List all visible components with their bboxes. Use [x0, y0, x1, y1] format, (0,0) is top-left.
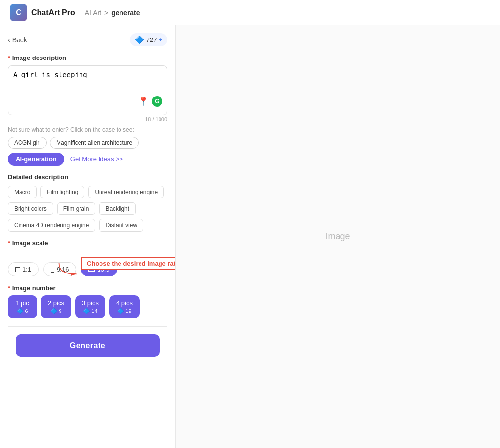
example-tag-0[interactable]: ACGN girl: [8, 137, 47, 149]
back-chevron-icon: ‹: [8, 36, 10, 44]
right-panel: Image: [176, 25, 500, 448]
textarea-icons: 📍 G: [138, 96, 162, 107]
detailed-description-section: Detailed description Macro Film lighting…: [8, 174, 167, 232]
left-panel: ‹ Back 🔷 727 + * Image description 📍 G: [0, 25, 176, 448]
diamond-small-icon: 🔷: [17, 308, 24, 314]
num-3-button[interactable]: 3 pics 🔷 14: [75, 295, 105, 318]
logo-area: C ChatArt Pro: [10, 4, 75, 21]
generate-button[interactable]: Generate: [16, 334, 160, 357]
image-scale-label: * Image scale: [8, 239, 167, 247]
credit-amount: 727: [146, 36, 157, 43]
back-label: Back: [12, 36, 27, 44]
top-bar: ‹ Back 🔷 727 +: [8, 33, 167, 46]
detail-tag-6[interactable]: Cinema 4D rendering engine: [8, 219, 95, 232]
detail-tag-7[interactable]: Distant view: [99, 219, 143, 232]
image-number-section: * Image number 1 pic 🔷 6 2 pics 🔷 9: [8, 284, 167, 318]
image-description-input[interactable]: [8, 65, 167, 115]
detail-tag-1[interactable]: Film lighting: [40, 186, 84, 198]
ai-generation-button[interactable]: AI-generation: [8, 153, 64, 166]
num-2-label: 2 pics: [48, 299, 64, 307]
annotation-arrow-icon: [57, 261, 79, 276]
generate-section: Generate: [8, 326, 167, 365]
num-2-button[interactable]: 2 pics 🔷 9: [41, 295, 71, 318]
logo-icon: C: [10, 4, 27, 21]
textarea-wrapper: 📍 G 18 / 1000: [8, 65, 167, 122]
num-3-cost: 🔷 14: [83, 308, 97, 314]
detailed-description-label: Detailed description: [8, 174, 167, 181]
credit-plus: +: [159, 36, 162, 43]
detail-tags-container: Macro Film lighting Unreal rendering eng…: [8, 186, 167, 232]
image-description-label: * Image description: [8, 54, 167, 61]
num-3-label: 3 pics: [82, 299, 99, 307]
detail-tag-5[interactable]: Backlight: [99, 202, 136, 215]
detail-tag-0[interactable]: Macro: [8, 186, 37, 198]
breadcrumb-separator: >: [104, 9, 108, 17]
diamond-small-icon-4: 🔷: [117, 308, 124, 314]
example-tags-row: ACGN girl Magnificent alien architecture: [8, 137, 167, 149]
square-icon: [15, 267, 20, 272]
header: C ChatArt Pro AI Art > generate: [0, 0, 500, 25]
num-1-cost: 🔷 6: [17, 308, 28, 314]
num-2-cost: 🔷 9: [50, 308, 61, 314]
detail-tag-3[interactable]: Bright colors: [8, 202, 53, 215]
credit-badge: 🔷 727 +: [130, 33, 167, 46]
detail-tag-4[interactable]: Film grain: [57, 202, 96, 215]
num-4-cost: 🔷 19: [117, 308, 131, 314]
scale-1-1-button[interactable]: 1:1: [8, 262, 39, 276]
example-tag-1[interactable]: Magnificent alien architecture: [50, 137, 139, 149]
image-scale-section: * Image scale Choose the desired image r…: [8, 239, 167, 276]
image-number-label: * Image number: [8, 284, 167, 292]
breadcrumb-current: generate: [111, 9, 140, 17]
back-button[interactable]: ‹ Back: [8, 36, 27, 44]
breadcrumb-parent: AI Art: [85, 9, 101, 17]
diamond-small-icon-2: 🔷: [50, 308, 58, 314]
num-4-button[interactable]: 4 pics 🔷 19: [109, 295, 140, 318]
main-layout: ‹ Back 🔷 727 + * Image description 📍 G: [0, 25, 500, 448]
annotation-box: Choose the desired image ratio: [81, 257, 176, 270]
ai-gen-row: AI-generation Get More Ideas >>: [8, 153, 167, 166]
num-1-label: 1 pic: [16, 299, 29, 307]
num-1-button[interactable]: 1 pic 🔷 6: [8, 295, 37, 318]
hint-text: Not sure what to enter? Click on the cas…: [8, 126, 167, 133]
char-count: 18 / 1000: [8, 117, 167, 122]
diamond-icon: 🔷: [135, 35, 144, 44]
scale-1-1-label: 1:1: [22, 266, 31, 273]
number-options: 1 pic 🔷 6 2 pics 🔷 9 3 pics: [8, 295, 167, 318]
get-more-ideas-link[interactable]: Get More Ideas >>: [70, 156, 123, 163]
pin-icon: 📍: [138, 96, 149, 107]
required-star: *: [8, 54, 10, 61]
num-4-label: 4 pics: [116, 299, 133, 307]
portrait-icon: [51, 267, 54, 273]
image-description-section: * Image description 📍 G 18 / 1000: [8, 54, 167, 122]
detail-tag-2[interactable]: Unreal rendering engine: [88, 186, 164, 198]
grammarly-icon: G: [152, 96, 162, 107]
breadcrumb: AI Art > generate: [85, 9, 140, 17]
logo-text: ChatArt Pro: [31, 8, 75, 17]
diamond-small-icon-3: 🔷: [83, 308, 90, 314]
right-panel-placeholder: Image: [325, 232, 350, 242]
